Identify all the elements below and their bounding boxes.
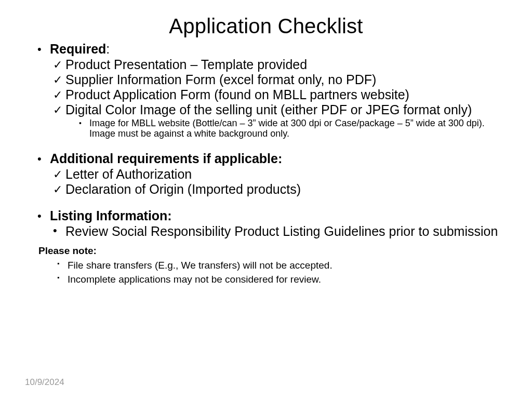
dot-item: Review Social Responsibility Product Lis… [31, 224, 501, 238]
check-item: Supplier Information Form (excel format … [31, 73, 501, 87]
footer-date: 10/9/2024 [25, 377, 64, 388]
section-heading-text: Additional requirements if applicable: [50, 151, 282, 166]
sub-note: Image for MBLL website (Bottle/can – 3” … [31, 118, 501, 139]
section-heading-additional: Additional requirements if applicable: [31, 152, 501, 166]
check-item: Letter of Authorization [31, 167, 501, 181]
body-content: Required: Product Presentation – Templat… [31, 42, 501, 286]
note-block: Please note: File share transfers (E.g.,… [31, 246, 501, 286]
note-item: File share transfers (E.g., We transfers… [31, 259, 501, 272]
note-item: Incomplete applications may not be consi… [31, 273, 501, 286]
check-item: Product Application Form (found on MBLL … [31, 88, 501, 102]
section-heading-text: Required [50, 42, 106, 56]
section-heading-required: Required: [31, 42, 501, 56]
section-heading-tail: : [106, 42, 110, 56]
section-heading-listing: Listing Information: [31, 209, 501, 223]
check-item: Declaration of Origin (Imported products… [31, 182, 501, 196]
check-item: Product Presentation – Template provided [31, 58, 501, 72]
note-heading: Please note: [31, 246, 501, 257]
page-title: Application Checklist [31, 15, 501, 38]
section-heading-text: Listing Information: [50, 208, 172, 223]
check-item: Digital Color Image of the selling unit … [31, 103, 501, 117]
slide: Application Checklist Required: Product … [0, 0, 532, 399]
